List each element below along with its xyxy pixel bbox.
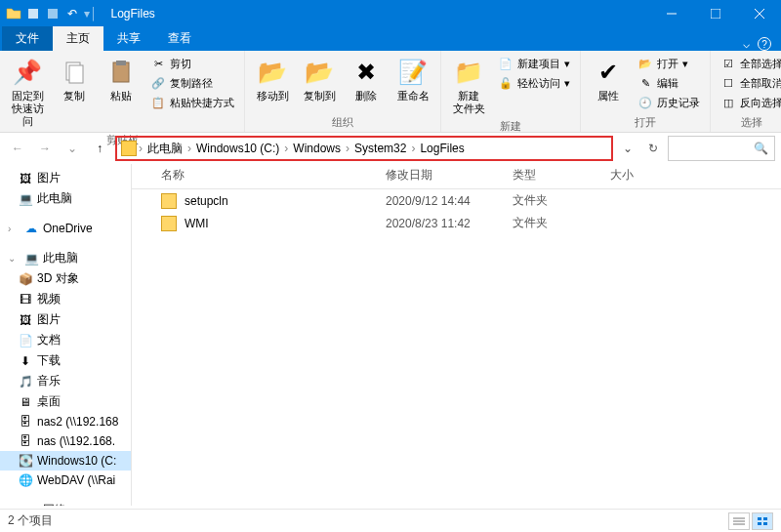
nav-item-nas2[interactable]: 🗄nas2 (\\192.168	[0, 412, 131, 431]
ribbon-help-icon[interactable]: ?	[758, 37, 771, 51]
nav-item-videos[interactable]: 🎞视频	[0, 289, 131, 309]
svg-rect-0	[28, 9, 38, 19]
view-icons-button[interactable]	[752, 512, 773, 530]
group-open: ✔属性 📂打开▾ ✎编辑 🕘历史记录 打开	[581, 51, 711, 132]
view-details-button[interactable]	[728, 512, 750, 530]
qat-item-icon[interactable]	[25, 6, 41, 21]
scissors-icon: ✂	[150, 56, 166, 71]
rename-button[interactable]: 📝重命名	[391, 55, 434, 104]
copypath-button[interactable]: 🔗复制路径	[146, 74, 238, 92]
window-title: LogFiles	[103, 7, 650, 20]
nav-item-documents[interactable]: 📄文档	[0, 330, 131, 350]
nav-item-desktop[interactable]: 🖥桌面	[0, 391, 131, 412]
nav-item-pictures[interactable]: 🖼图片	[0, 168, 131, 188]
selectnone-button[interactable]: ☐全部取消	[717, 74, 781, 92]
nav-item-webdav[interactable]: 🌐WebDAV (\\Rai	[0, 471, 131, 490]
svg-rect-1	[48, 9, 58, 19]
easyaccess-button[interactable]: 🔓轻松访问▾	[494, 74, 574, 92]
close-button[interactable]	[737, 0, 781, 27]
main-body: 🖼图片 💻此电脑 ›☁OneDrive ⌄💻此电脑 📦3D 对象 🎞视频 🖼图片…	[0, 164, 781, 506]
qat-item-icon[interactable]	[45, 6, 61, 21]
nav-item-network[interactable]: ›🖧网络	[0, 500, 131, 506]
column-headers: 名称 修改日期 类型 大小	[132, 164, 781, 189]
navigation-pane[interactable]: 🖼图片 💻此电脑 ›☁OneDrive ⌄💻此电脑 📦3D 对象 🎞视频 🖼图片…	[0, 164, 132, 506]
nav-item-onedrive[interactable]: ›☁OneDrive	[0, 219, 131, 238]
rename-icon: 📝	[397, 57, 429, 88]
nav-item-downloads[interactable]: ⬇下载	[0, 350, 131, 371]
svg-rect-15	[758, 522, 761, 525]
nav-item-music[interactable]: 🎵音乐	[0, 371, 131, 391]
breadcrumb[interactable]: › 此电脑 › Windows10 (C:) › Windows › Syste…	[115, 136, 613, 161]
crumb[interactable]: System32	[351, 142, 409, 155]
nav-item-thispc-root[interactable]: ⌄💻此电脑	[0, 248, 131, 268]
chevron-right-icon[interactable]: ›	[284, 142, 288, 155]
tab-home[interactable]: 主页	[53, 26, 103, 51]
cut-button[interactable]: ✂剪切	[146, 55, 238, 72]
download-icon: ⬇	[18, 353, 33, 369]
col-type[interactable]: 类型	[513, 167, 610, 184]
group-new: 📁新建 文件夹 📄新建项目▾ 🔓轻松访问▾ 新建	[441, 51, 581, 132]
nav-recent-button[interactable]: ⌄	[61, 137, 84, 160]
newfolder-button[interactable]: 📁新建 文件夹	[447, 55, 490, 117]
nav-back-button[interactable]: ←	[6, 137, 29, 160]
ribbon-collapse-icon[interactable]: ⌵	[743, 37, 750, 51]
moveto-button[interactable]: 📂移动到	[251, 55, 294, 104]
edit-button[interactable]: ✎编辑	[634, 74, 704, 92]
qat-undo-icon[interactable]: ↶	[64, 6, 80, 21]
properties-button[interactable]: ✔属性	[587, 55, 630, 104]
crumb[interactable]: LogFiles	[417, 142, 467, 155]
drive-icon: 💽	[18, 453, 33, 469]
nav-forward-button[interactable]: →	[33, 137, 57, 160]
expand-icon[interactable]: ›	[8, 224, 20, 234]
crumb[interactable]: 此电脑	[144, 141, 185, 157]
expand-icon[interactable]: ›	[8, 505, 20, 506]
nav-item-windows10[interactable]: 💽Windows10 (C:	[0, 451, 131, 471]
selectall-button[interactable]: ☑全部选择	[717, 55, 781, 72]
maximize-button[interactable]	[693, 0, 737, 27]
search-input[interactable]: 🔍	[668, 136, 775, 161]
copyto-icon: 📂	[304, 57, 335, 88]
file-row[interactable]: WMI 2020/8/23 11:42 文件夹	[132, 212, 781, 234]
chevron-right-icon[interactable]: ›	[411, 142, 415, 155]
newfolder-icon: 📁	[453, 57, 484, 88]
chevron-right-icon[interactable]: ›	[346, 142, 349, 155]
file-name: WMI	[185, 217, 386, 230]
nav-item-thispc[interactable]: 💻此电脑	[0, 188, 131, 209]
col-size[interactable]: 大小	[610, 167, 688, 184]
col-date[interactable]: 修改日期	[386, 167, 513, 184]
refresh-button[interactable]: ↻	[642, 138, 664, 159]
history-button[interactable]: 🕘历史记录	[634, 94, 704, 111]
invert-button[interactable]: ◫反向选择	[717, 94, 781, 111]
pin-button[interactable]: 📌 固定到 快速访问	[6, 55, 49, 131]
newitem-button[interactable]: 📄新建项目▾	[494, 55, 574, 72]
minimize-button[interactable]	[649, 0, 693, 27]
chevron-right-icon[interactable]: ›	[139, 142, 143, 155]
paste-icon	[105, 57, 137, 88]
crumb[interactable]: Windows10 (C:)	[193, 142, 282, 155]
search-icon: 🔍	[754, 142, 768, 155]
nav-up-button[interactable]: ↑	[88, 137, 111, 160]
address-dropdown-button[interactable]: ⌄	[617, 138, 638, 159]
3d-icon: 📦	[18, 271, 33, 287]
folder-icon	[121, 141, 137, 156]
copyto-button[interactable]: 📂复制到	[298, 55, 341, 104]
tab-view[interactable]: 查看	[154, 26, 205, 51]
copy-button[interactable]: 复制	[53, 55, 96, 104]
file-row[interactable]: setupcln 2020/9/12 14:44 文件夹	[132, 189, 781, 212]
nav-item-3dobjects[interactable]: 📦3D 对象	[0, 268, 131, 289]
music-icon: 🎵	[18, 374, 33, 389]
file-list[interactable]: setupcln 2020/9/12 14:44 文件夹 WMI 2020/8/…	[132, 189, 781, 506]
paste-button[interactable]: 粘贴	[100, 55, 143, 104]
crumb[interactable]: Windows	[290, 142, 344, 155]
nav-item-pictures2[interactable]: 🖼图片	[0, 309, 131, 330]
chevron-right-icon[interactable]: ›	[187, 142, 191, 155]
nav-item-nas[interactable]: 🗄nas (\\192.168.	[0, 431, 131, 451]
tab-share[interactable]: 共享	[103, 26, 154, 51]
col-name[interactable]: 名称	[161, 167, 386, 184]
collapse-icon[interactable]: ⌄	[8, 253, 20, 264]
tab-file[interactable]: 文件	[2, 26, 53, 51]
pasteshortcut-button[interactable]: 📋粘贴快捷方式	[146, 94, 238, 111]
video-icon: 🎞	[18, 292, 33, 307]
delete-button[interactable]: ✖删除	[345, 55, 388, 104]
open-button[interactable]: 📂打开▾	[634, 55, 704, 72]
